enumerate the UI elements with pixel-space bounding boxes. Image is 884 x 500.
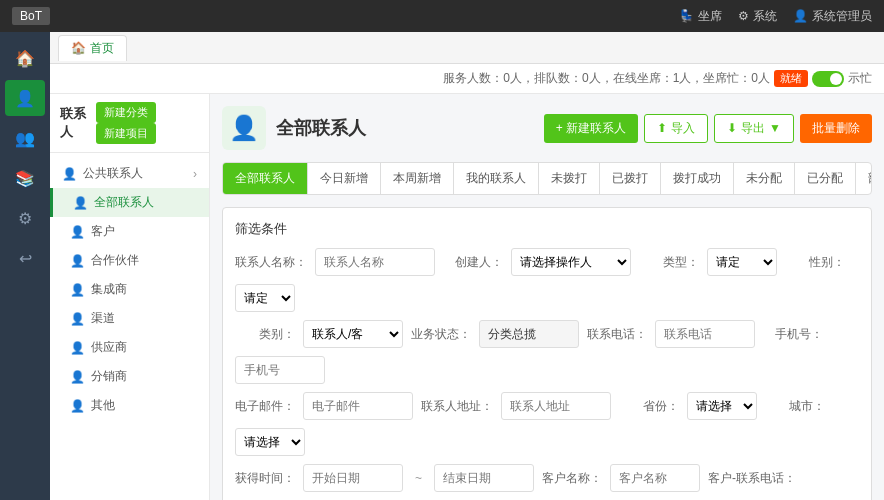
input-customer[interactable] bbox=[610, 464, 700, 492]
select-creator[interactable]: 请选择操作人 bbox=[511, 248, 631, 276]
label-phone: 联系电话： bbox=[587, 326, 647, 343]
item-icon: 👤 bbox=[70, 312, 85, 326]
status-text: 服务人数：0人，排队数：0人，在线坐席：1人，坐席忙：0人 bbox=[443, 70, 770, 87]
page-header: 👤 全部联系人 + 新建联系人 ⬆ 导入 ⬇ 导出 ▼ bbox=[222, 106, 872, 150]
nav-public-contacts[interactable]: 👤 公共联系人 › bbox=[50, 159, 209, 188]
nav-item-supplier[interactable]: 👤 供应商 bbox=[50, 333, 209, 362]
label-customer: 客户名称： bbox=[542, 470, 602, 487]
topbar: BoT 💺 坐席 ⚙ 系统 👤 系统管理员 bbox=[0, 0, 884, 32]
import-icon: ⬆ bbox=[657, 121, 667, 135]
nav-title: 联系人 bbox=[60, 105, 92, 141]
label-customer-phone: 客户-联系电话： bbox=[708, 470, 796, 487]
item-icon: 👤 bbox=[70, 225, 85, 239]
item-icon: 👤 bbox=[73, 196, 88, 210]
subtab-today[interactable]: 今日新增 bbox=[308, 163, 381, 194]
item-icon: 👤 bbox=[70, 399, 85, 413]
nav-item-channel[interactable]: 👤 渠道 bbox=[50, 304, 209, 333]
input-end-date[interactable] bbox=[434, 464, 534, 492]
content-area: 🏠 首页 服务人数：0人，排队数：0人，在线坐席：1人，坐席忙：0人 就绪 示忙… bbox=[50, 32, 884, 500]
nav-item-distributor[interactable]: 👤 分销商 bbox=[50, 362, 209, 391]
status-badge: 就绪 bbox=[774, 70, 808, 87]
sidebar: 🏠 👤 👥 📚 ⚙ ↩ bbox=[0, 32, 50, 500]
label-time: 获得时间： bbox=[235, 470, 295, 487]
input-phone[interactable] bbox=[655, 320, 755, 348]
toggle-button[interactable] bbox=[812, 71, 844, 87]
label-type: 类型： bbox=[639, 254, 699, 271]
batch-delete-button[interactable]: 批量删除 bbox=[800, 114, 872, 143]
subtab-all[interactable]: 全部联系人 bbox=[223, 163, 308, 194]
label-biz-status: 业务状态： bbox=[411, 326, 471, 343]
sidebar-knowledge-icon[interactable]: 📚 bbox=[5, 160, 45, 196]
show-busy-label: 示忙 bbox=[848, 70, 872, 87]
label-province: 省份： bbox=[619, 398, 679, 415]
nav-item-all[interactable]: 👤 全部联系人 bbox=[50, 188, 209, 217]
nav-item-partner[interactable]: 👤 合作伙伴 bbox=[50, 246, 209, 275]
nav-header: 联系人 新建分类 新建项目 bbox=[50, 94, 209, 153]
nav-system[interactable]: ⚙ 系统 bbox=[738, 8, 777, 25]
nav-item-customer[interactable]: 👤 客户 bbox=[50, 217, 209, 246]
subtab-week[interactable]: 本周新增 bbox=[381, 163, 454, 194]
filter-row-3: 电子邮件： 联系人地址： 省份： 请选择 城市： 请选择 bbox=[235, 392, 859, 456]
input-email[interactable] bbox=[303, 392, 413, 420]
subtab-call-success[interactable]: 拨打成功 bbox=[661, 163, 734, 194]
nav-panel: 联系人 新建分类 新建项目 👤 公共联系人 › 👤 全部联系人 bbox=[50, 94, 210, 500]
input-biz-status[interactable] bbox=[479, 320, 579, 348]
subtab-not-called[interactable]: 未拨打 bbox=[539, 163, 600, 194]
subtab-called[interactable]: 已拨打 bbox=[600, 163, 661, 194]
filter-row-2: 类别： 联系人/客 业务状态： 联系电话： 手机号： bbox=[235, 320, 859, 384]
subtab-mine[interactable]: 我的联系人 bbox=[454, 163, 539, 194]
status-toggle[interactable] bbox=[812, 71, 844, 87]
page-icon: 👤 bbox=[222, 106, 266, 150]
filter-section: 筛选条件 联系人名称： 创建人： 请选择操作人 类型： 请定 性别： bbox=[222, 207, 872, 500]
input-name[interactable] bbox=[315, 248, 435, 276]
input-start-date[interactable] bbox=[303, 464, 403, 492]
select-gender[interactable]: 请定 bbox=[235, 284, 295, 312]
select-type[interactable]: 请定 bbox=[707, 248, 777, 276]
sidebar-group-icon[interactable]: 👥 bbox=[5, 120, 45, 156]
subtab-assigned[interactable]: 已分配 bbox=[795, 163, 856, 194]
dropdown-icon: ▼ bbox=[769, 121, 781, 135]
tab-home[interactable]: 🏠 首页 bbox=[58, 35, 127, 61]
nav-item-integrator[interactable]: 👤 集成商 bbox=[50, 275, 209, 304]
select-province[interactable]: 请选择 bbox=[687, 392, 757, 420]
input-mobile[interactable] bbox=[235, 356, 325, 384]
select-category[interactable]: 联系人/客 bbox=[303, 320, 403, 348]
nav-item-other[interactable]: 👤 其他 bbox=[50, 391, 209, 420]
new-project-button[interactable]: 新建项目 bbox=[96, 123, 156, 144]
export-button[interactable]: ⬇ 导出 ▼ bbox=[714, 114, 794, 143]
label-category: 类别： bbox=[235, 326, 295, 343]
statusbar: 服务人数：0人，排队数：0人，在线坐席：1人，坐席忙：0人 就绪 示忙 bbox=[50, 64, 884, 94]
admin-icon: 👤 bbox=[793, 9, 808, 23]
main-content: 👤 全部联系人 + 新建联系人 ⬆ 导入 ⬇ 导出 ▼ bbox=[210, 94, 884, 500]
page-title: 全部联系人 bbox=[276, 116, 366, 140]
label-email: 电子邮件： bbox=[235, 398, 295, 415]
label-address: 联系人地址： bbox=[421, 398, 493, 415]
home-tab-icon: 🏠 bbox=[71, 41, 86, 55]
new-contact-button[interactable]: + 新建联系人 bbox=[544, 114, 638, 143]
label-city: 城市： bbox=[765, 398, 825, 415]
import-button[interactable]: ⬆ 导入 bbox=[644, 114, 708, 143]
seat-icon: 💺 bbox=[679, 9, 694, 23]
sidebar-home-icon[interactable]: 🏠 bbox=[5, 40, 45, 76]
input-address[interactable] bbox=[501, 392, 611, 420]
item-icon: 👤 bbox=[70, 283, 85, 297]
panel: 联系人 新建分类 新建项目 👤 公共联系人 › 👤 全部联系人 bbox=[50, 94, 884, 500]
sidebar-person-icon[interactable]: 👤 bbox=[5, 80, 45, 116]
nav-admin[interactable]: 👤 系统管理员 bbox=[793, 8, 872, 25]
filter-title: 筛选条件 bbox=[235, 220, 859, 238]
filter-row-1: 联系人名称： 创建人： 请选择操作人 类型： 请定 性别： 请定 bbox=[235, 248, 859, 312]
action-buttons: + 新建联系人 ⬆ 导入 ⬇ 导出 ▼ 批量删除 bbox=[544, 114, 872, 143]
subtab-dept[interactable]: 部门联系人 bbox=[856, 163, 872, 194]
sub-tabs: 全部联系人 今日新增 本周新增 我的联系人 未拨打 已拨打 拨打成功 未分配 已… bbox=[222, 162, 872, 195]
export-icon: ⬇ bbox=[727, 121, 737, 135]
subtab-unassigned[interactable]: 未分配 bbox=[734, 163, 795, 194]
arrow-icon: › bbox=[193, 167, 197, 181]
nav-section: 👤 公共联系人 › 👤 全部联系人 👤 客户 👤 合作伙伴 bbox=[50, 153, 209, 426]
nav-seat[interactable]: 💺 坐席 bbox=[679, 8, 722, 25]
label-mobile: 手机号： bbox=[763, 326, 823, 343]
contacts-icon: 👤 bbox=[62, 167, 77, 181]
new-category-button[interactable]: 新建分类 bbox=[96, 102, 156, 123]
sidebar-settings-icon[interactable]: ⚙ bbox=[5, 200, 45, 236]
select-city[interactable]: 请选择 bbox=[235, 428, 305, 456]
sidebar-history-icon[interactable]: ↩ bbox=[5, 240, 45, 276]
